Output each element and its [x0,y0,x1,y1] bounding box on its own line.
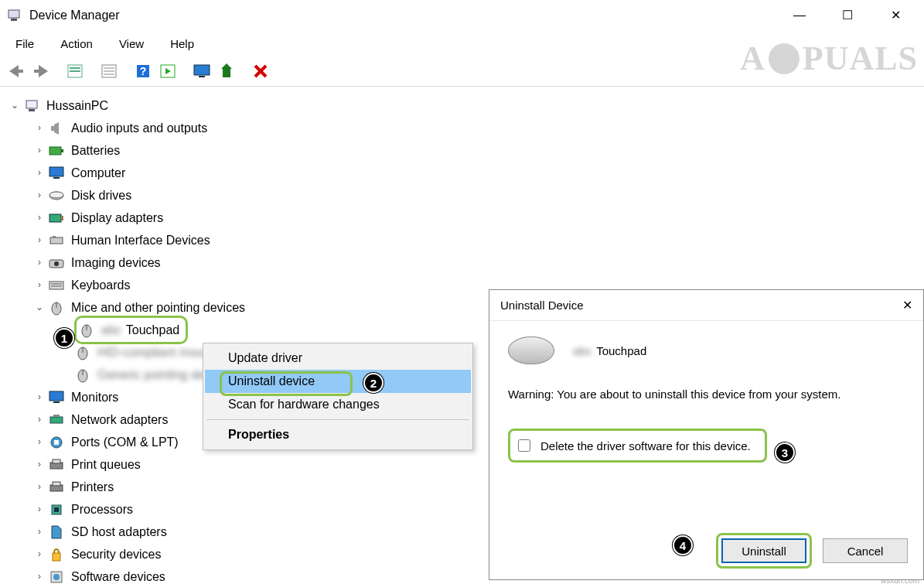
battery-icon [48,142,65,159]
watermark: APUALS [740,39,918,78]
sd-icon [48,524,65,541]
expander-open-icon[interactable]: ⌄ [9,94,20,117]
menu-file[interactable]: File [5,34,45,53]
svg-rect-30 [61,216,63,220]
annotation-3: 3 [775,442,795,463]
svg-rect-48 [50,417,63,423]
expander-closed-icon[interactable]: › [34,521,45,543]
expander-closed-icon[interactable]: › [34,543,45,565]
window-title: Device Manager [29,9,120,22]
device-large-icon [508,336,554,364]
tree-node[interactable]: ›Display adapters [3,207,921,229]
svg-rect-26 [53,177,60,179]
maximize-button[interactable]: ☐ [834,8,861,22]
highlight-uninstall-button: Uninstall [716,533,812,569]
expander-closed-icon[interactable]: › [34,565,45,584]
expander-closed-icon[interactable]: › [34,408,45,431]
svg-rect-15 [223,68,230,77]
svg-point-60 [53,574,60,580]
svg-rect-14 [199,76,205,77]
menu-uninstall-device[interactable]: Uninstall device [205,370,471,393]
expander-closed-icon[interactable]: › [34,184,45,207]
dialog-device-name: Touchpad [596,344,646,357]
svg-rect-55 [53,482,60,486]
tree-node[interactable]: ›Audio inputs and outputs [3,117,921,139]
uninstall-confirm-button[interactable]: Uninstall [721,538,806,563]
delete-driver-checkbox-row[interactable]: Delete the driver software for this devi… [512,432,754,459]
printer-icon [48,456,65,473]
svg-rect-21 [51,126,54,131]
watermark-logo-icon [769,43,800,74]
annotation-2: 2 [363,373,384,393]
keyboard-icon [48,277,65,294]
display-adapter-icon [48,210,65,227]
dialog-warning-text: Warning: You are about to uninstall this… [508,388,905,401]
properties-button[interactable] [97,60,121,83]
annotation-1: 1 [54,328,74,348]
close-button[interactable]: ✕ [882,8,909,22]
svg-rect-32 [53,236,56,238]
svg-rect-46 [49,391,63,401]
svg-rect-51 [54,440,59,445]
expander-closed-icon[interactable]: › [34,498,45,521]
menu-properties[interactable]: Properties [205,423,471,446]
expander-closed-icon[interactable]: › [34,162,45,184]
tree-node[interactable]: ›Computer [3,162,921,184]
menu-view[interactable]: View [108,34,155,53]
minimize-button[interactable]: — [786,9,813,22]
expander-closed-icon[interactable]: › [34,251,45,274]
checkbox-label: Delete the driver software for this devi… [540,439,751,453]
svg-rect-57 [54,507,59,512]
tree-node[interactable]: ›Batteries [3,139,921,162]
menu-separator [206,419,469,420]
expander-closed-icon[interactable]: › [34,453,45,476]
mouse-icon [74,344,91,361]
help-button[interactable]: ? [131,60,155,83]
security-icon [48,546,65,563]
expander-closed-icon[interactable]: › [34,229,45,251]
menu-help[interactable]: Help [159,34,205,53]
uninstall-button-toolbar[interactable] [249,60,272,83]
expander-closed-icon[interactable]: › [34,274,45,296]
printer-icon [48,479,65,496]
svg-rect-31 [50,237,63,244]
update-driver-button[interactable] [215,60,238,83]
menu-scan-hardware[interactable]: Scan for hardware changes [205,393,471,416]
forward-button[interactable] [29,60,53,83]
tree-node[interactable]: ›Imaging devices [3,251,921,274]
tree-root[interactable]: ⌄ HussainPC [3,94,921,117]
svg-rect-23 [49,147,61,155]
monitor-icon [48,389,65,406]
disk-icon [48,187,65,204]
show-hidden-button[interactable] [63,60,87,83]
dialog-close-button[interactable]: ✕ [902,298,912,312]
back-button[interactable] [5,60,28,83]
menu-update-driver[interactable]: Update driver [205,347,471,370]
expander-closed-icon[interactable]: › [34,139,45,162]
expander-closed-icon[interactable]: › [34,207,45,229]
monitor-button[interactable] [190,60,213,83]
tree-node[interactable]: ›Human Interface Devices [3,229,921,251]
expander-closed-icon[interactable]: › [34,431,45,453]
menu-action[interactable]: Action [49,34,104,53]
speaker-icon [48,120,65,137]
expander-closed-icon[interactable]: › [34,117,45,139]
titlebar: Device Manager — ☐ ✕ [0,0,924,31]
expander-closed-icon[interactable]: › [34,476,45,498]
svg-rect-24 [61,149,63,152]
network-icon [48,412,65,429]
expander-open-icon[interactable]: ⌄ [34,296,45,319]
svg-rect-0 [9,10,19,18]
scan-button[interactable] [156,60,179,83]
cancel-button[interactable]: Cancel [823,538,908,563]
mouse-icon [48,299,65,316]
delete-driver-checkbox[interactable] [518,439,530,452]
tree-node[interactable]: ›Disk drives [3,184,921,207]
expander-closed-icon[interactable]: › [34,386,45,408]
monitor-icon [48,165,65,182]
svg-rect-4 [70,70,80,72]
svg-rect-3 [70,67,80,69]
port-icon [48,434,65,451]
svg-rect-20 [29,109,35,111]
svg-rect-19 [26,101,37,108]
